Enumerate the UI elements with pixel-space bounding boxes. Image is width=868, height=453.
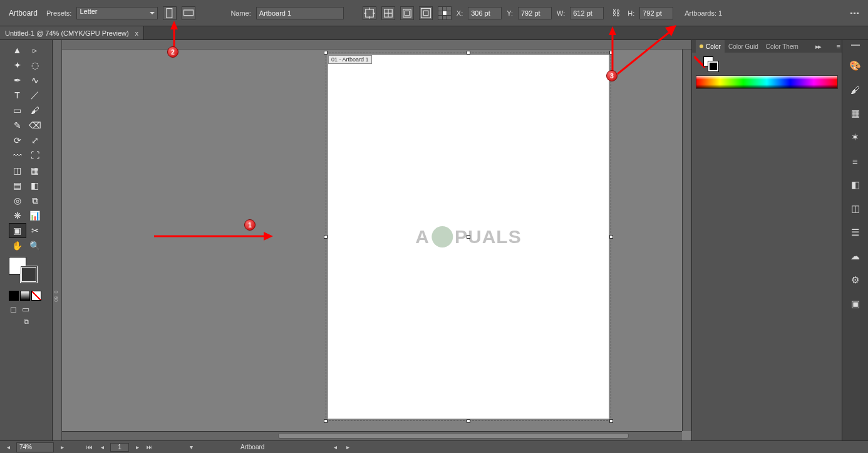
color-guide-panel-tab[interactable]: Color Guid [725,40,762,53]
free-transform-tool[interactable]: ⛶ [26,148,44,163]
zoom-in-icon[interactable]: ▸ [58,443,66,452]
panel-overflow-icon[interactable]: ▸▸ [813,43,823,51]
artboard-name-input[interactable] [256,7,344,19]
x-input[interactable] [468,7,502,19]
brushes-icon[interactable]: 🖌 [849,83,862,96]
libraries-icon[interactable]: ☁ [849,249,862,263]
gradient-mode-swatch[interactable] [20,291,30,301]
artboard-tool[interactable]: ▣ [9,223,26,238]
fill-stroke-swatches[interactable] [0,253,52,294]
resize-handle-e[interactable] [609,235,613,239]
last-artboard-icon[interactable]: ⏭ [145,443,154,452]
hand-tool[interactable]: ✋ [9,238,26,253]
screen-mode-icon[interactable]: ▭ [22,305,29,314]
vertical-scrollbar[interactable] [682,49,691,431]
document-tab[interactable]: Untitled-1 @ 74% (CMYK/GPU Preview) x [0,26,144,39]
resize-handle-sw[interactable] [324,419,328,423]
orientation-portrait-button[interactable] [163,6,177,20]
show-safe-areas-toggle[interactable] [419,6,433,20]
color-mode-swatch[interactable] [9,291,19,301]
resize-handle-n[interactable] [467,51,470,55]
artboards-panel-icon[interactable]: ▣ [849,297,862,311]
type-tool[interactable]: T [9,88,26,103]
zoom-tool[interactable]: 🔍 [26,238,44,253]
status-nav-left-icon[interactable]: ◂ [331,443,339,452]
paintbrush-tool[interactable]: 🖌 [26,103,44,118]
panel-menu-icon[interactable]: ≡ [834,43,842,50]
first-artboard-icon[interactable]: ⏮ [85,443,94,452]
none-mode-swatch[interactable] [31,291,41,301]
gradient-tool[interactable]: ◧ [26,178,44,193]
properties-icon[interactable]: ⚙ [849,273,862,287]
lasso-tool[interactable]: ◌ [26,58,44,73]
graphic-styles-icon[interactable]: ◫ [849,202,862,216]
artboard-index-input[interactable] [110,443,129,452]
zoom-level-input[interactable] [16,442,54,452]
resize-handle-se[interactable] [609,419,613,423]
resize-handle-s[interactable] [467,419,470,423]
curvature-tool[interactable]: ∿ [26,73,44,88]
annotation-marker-1: 1 [244,219,256,231]
normal-draw-mode-icon[interactable]: ◻ [10,305,17,314]
color-themes-panel-tab[interactable]: Color Them [762,40,802,53]
horizontal-scrollbar-thumb[interactable] [278,433,629,439]
stroke-icon[interactable]: ≡ [849,154,862,168]
pencil-tool[interactable]: ✎ [9,118,26,133]
eyedropper-tool[interactable]: ◎ [9,193,26,208]
height-input[interactable] [639,7,673,19]
appearance-icon[interactable]: ◧ [849,178,862,192]
close-tab-icon[interactable]: x [135,29,139,37]
presets-dropdown[interactable]: Letter [76,7,158,19]
symbols-icon[interactable]: ✶ [849,130,862,144]
dock-collapse-icon[interactable] [851,44,860,49]
rectangle-tool[interactable]: ▭ [9,103,26,118]
horizontal-scrollbar[interactable] [62,431,682,440]
canvas-area[interactable]: 0 50 A PUALS 01 - Artboard 1 [53,40,691,440]
status-menu-icon[interactable]: ▾ [187,443,195,452]
scale-tool[interactable]: ⤢ [26,133,44,148]
width-input[interactable] [570,7,604,19]
width-tool[interactable]: 〰 [9,148,26,163]
column-graph-tool[interactable]: 📊 [26,208,44,223]
vertical-ruler[interactable]: 0 50 [53,40,62,440]
direct-selection-tool[interactable]: ▹ [26,43,44,58]
stroke-swatch[interactable] [20,266,38,283]
line-segment-tool[interactable]: ／ [26,88,44,103]
constrain-proportions-icon[interactable]: ⛓ [609,7,623,19]
show-cross-hairs-toggle[interactable] [400,6,414,20]
selection-tool[interactable]: ▲ [9,43,26,58]
orientation-landscape-button[interactable] [182,6,195,20]
pen-tool[interactable]: ✒ [9,73,26,88]
shape-builder-tool[interactable]: ◫ [9,163,26,178]
color-spectrum[interactable] [696,75,838,89]
status-nav-right-icon[interactable]: ▸ [343,443,352,452]
change-screen-mode-icon[interactable]: ⧉ [24,318,29,326]
mesh-tool[interactable]: ▤ [9,178,26,193]
fill-stroke-mini[interactable] [696,56,715,71]
reference-point-grid[interactable] [438,6,452,20]
next-artboard-icon[interactable]: ▸ [133,443,142,452]
resize-handle-center[interactable] [467,235,470,239]
resize-handle-nw[interactable] [324,51,328,55]
y-input[interactable] [518,7,552,19]
color-panel-tab[interactable]: Color [696,40,725,53]
svg-rect-4 [421,8,430,18]
blend-tool[interactable]: ⧉ [26,193,44,208]
move-artwork-toggle[interactable] [363,6,376,20]
swatches-icon[interactable]: ▦ [849,107,862,120]
show-center-mark-toggle[interactable] [381,6,395,20]
zoom-out-icon[interactable]: ◂ [4,443,13,452]
rotate-tool[interactable]: ⟳ [9,133,26,148]
horizontal-ruler[interactable] [53,40,691,49]
perspective-grid-tool[interactable]: ▦ [26,163,44,178]
control-bar-overflow-icon[interactable] [850,13,863,14]
magic-wand-tool[interactable]: ✦ [9,58,26,73]
color-palette-icon[interactable]: 🎨 [849,59,862,73]
panel-stroke-swatch[interactable] [708,61,718,71]
symbol-sprayer-tool[interactable]: ❋ [9,208,26,223]
eraser-tool[interactable]: ⌫ [26,118,44,133]
slice-tool[interactable]: ✂ [26,223,44,238]
prev-artboard-icon[interactable]: ◂ [98,443,106,452]
layers-icon[interactable]: ☰ [849,226,862,239]
resize-handle-w[interactable] [324,235,328,239]
